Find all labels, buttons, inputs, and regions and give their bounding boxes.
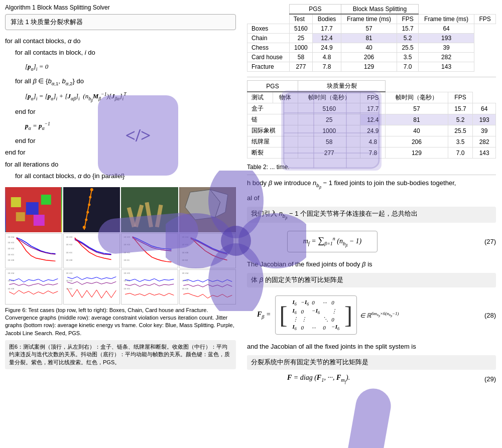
figure-boxes — [5, 187, 62, 232]
table1-sh-frametime2: Frame time (ms) — [418, 14, 474, 24]
svg-rect-51 — [122, 270, 176, 304]
body-text-4: and the Jacobian of all the fixed joints… — [247, 342, 496, 352]
eq29-number: (29) — [484, 375, 496, 383]
cell-pgs-fps: 57 — [386, 103, 448, 114]
algo-line-2: for all contacts in block, i do — [5, 47, 236, 58]
svg-text:1E+01: 1E+01 — [66, 251, 73, 253]
svg-text:1E+01: 1E+01 — [8, 253, 15, 255]
graph-2: 1E+03 1E+02 1E+01 1E+00 — [63, 233, 120, 268]
table2-header-bms: 块质量分裂 — [298, 81, 386, 92]
cell-pgs-fps: 40 — [386, 125, 448, 136]
svg-text:1E+03: 1E+03 — [8, 241, 15, 244]
svg-text:1E+04: 1E+04 — [182, 271, 189, 274]
cell-bodies: 58 — [298, 136, 360, 147]
cell-pgs-ft: 17.7 — [313, 24, 341, 34]
cell-test: 纸牌屋 — [247, 136, 298, 147]
cell-pgs-fps: 81 — [341, 34, 397, 43]
table2-sh-bodies: 物体 — [273, 92, 298, 103]
table1-wrapper: PGS Block Mass Splitting Test Bodies Fra… — [247, 4, 496, 72]
cell-bodies: 1000 — [298, 125, 360, 136]
svg-rect-1 — [11, 197, 21, 207]
left-column: Algorithm 1 Block Mass Splitting Solver … — [0, 0, 241, 448]
table1-header-pgs: PGS — [289, 5, 341, 15]
svg-text:1E+04: 1E+04 — [8, 271, 15, 274]
matrix-cell: ··· — [323, 299, 328, 307]
matrix-cell — [312, 316, 320, 323]
cell-pgs-ft: 12.4 — [360, 114, 386, 125]
body-text-1: h body β we introduce nbβ − 1 fixed join… — [247, 178, 496, 190]
matrix-cell: I6 — [293, 299, 298, 307]
table-row: 纸牌屋 58 4.8 206 3.5 282 — [247, 136, 496, 147]
table1-sh-frametime: Frame time (ms) — [341, 14, 397, 24]
svg-point-11 — [86, 211, 89, 213]
table1-sh-test: Test — [289, 14, 312, 24]
matrix-cell: ··· — [312, 324, 320, 331]
svg-text:1E+02: 1E+02 — [66, 243, 73, 246]
matrix-cell: I6 — [293, 308, 298, 315]
figures-section: 1E+04 1E+03 1E+02 1E+01 1E+00 1E+03 — [5, 187, 236, 370]
svg-text:1E+01: 1E+01 — [123, 251, 131, 253]
equation-28: Fβ = [ I6 −I6 0 ··· 0 I6 0 — [257, 291, 399, 339]
figure-cardhouse — [121, 187, 178, 232]
body-text-cn-3: 分裂系统中所有固定关节的雅可比矩阵是 — [247, 355, 496, 370]
svg-text:1E+02: 1E+02 — [66, 279, 73, 282]
algo-line-end-for-1: end for — [5, 106, 236, 117]
cell-bms-ft: 25.5 — [397, 43, 419, 53]
svg-point-12 — [85, 218, 87, 221]
cell-pgs-ft: 17.7 — [360, 103, 386, 114]
matrix-cell: 0 — [331, 299, 339, 307]
algo-line-1: for all contact blocks, α do — [5, 35, 236, 47]
matrix-cell: 0 — [331, 316, 339, 323]
svg-rect-5 — [34, 215, 45, 226]
cell-pgs-ft: 7.8 — [313, 62, 341, 72]
cell-bodies: 5160 — [289, 24, 312, 34]
matrix-cell: −I6 — [301, 299, 309, 307]
cell-pgs-ft: 24.9 — [360, 125, 386, 136]
eq28-number: (28) — [484, 312, 496, 319]
algo-line-end-for-3: end for — [5, 146, 236, 158]
svg-rect-43 — [7, 270, 60, 304]
cell-pgs-fps: 81 — [386, 114, 448, 125]
svg-rect-28 — [65, 234, 118, 268]
right-column: PGS Block Mass Splitting Test Bodies Fra… — [241, 0, 502, 448]
cell-pgs-fps: 57 — [341, 24, 397, 34]
table-caption: Table 2: ... time. — [247, 164, 496, 171]
svg-point-9 — [89, 196, 91, 198]
body-text-3: The Jacobian of the fixed joints of body… — [247, 259, 496, 270]
table1-header-bms: Block Mass Splitting — [341, 5, 418, 15]
svg-text:1E+01: 1E+01 — [66, 287, 73, 289]
page-container: Algorithm 1 Block Mass Splitting Solver … — [0, 0, 502, 448]
equation-27-row: mf = ∑β=1n (nbβ − 1) (27) — [247, 227, 496, 256]
cell-bms-fps: 64 — [418, 24, 474, 34]
svg-point-13 — [82, 226, 85, 229]
matrix-cell: I6 — [293, 324, 298, 331]
table-row: 链 25 12.4 81 5.2 193 — [247, 114, 496, 125]
svg-text:1E-01: 1E-01 — [123, 259, 130, 261]
matrix-cell: −I6 — [331, 324, 339, 331]
algo-content: for all contact blocks, α do for all con… — [5, 35, 236, 182]
cell-bms-fps: 282 — [418, 53, 474, 62]
svg-text:1E+02: 1E+02 — [182, 243, 189, 246]
cell-pgs-ft: 24.9 — [313, 43, 341, 53]
cell-test: Fracture — [247, 62, 290, 72]
divider-1 — [247, 77, 496, 77]
svg-text:1E+04: 1E+04 — [182, 235, 189, 238]
algo-line-3: for all β ∈ {bα,1, bα,2} do — [5, 75, 236, 88]
cell-test: Card house — [247, 53, 290, 62]
cell-bms-ft: 15.7 — [448, 103, 473, 114]
cell-pgs-fps: 206 — [341, 53, 397, 62]
svg-text:1E+00: 1E+00 — [8, 287, 15, 289]
svg-text:1E+03: 1E+03 — [66, 235, 73, 238]
table2-sh-fps2: FPS — [448, 92, 473, 103]
svg-point-10 — [88, 203, 90, 206]
cell-bms-ft: 15.7 — [397, 24, 419, 34]
svg-rect-4 — [16, 212, 25, 221]
cell-bms-ft: 3.5 — [448, 136, 473, 147]
body-text-2: al of — [247, 193, 496, 204]
cell-pgs-fps: 129 — [341, 62, 397, 72]
graph-4: 1E+04 1E+02 1E+00 1E-02 — [179, 233, 236, 268]
svg-text:1E+01: 1E+01 — [123, 287, 131, 289]
equation-27: mf = ∑β=1n (nbβ − 1) — [287, 227, 378, 256]
svg-text:1E+03: 1E+03 — [123, 243, 131, 246]
cell-bms-ft: 5.2 — [397, 34, 419, 43]
